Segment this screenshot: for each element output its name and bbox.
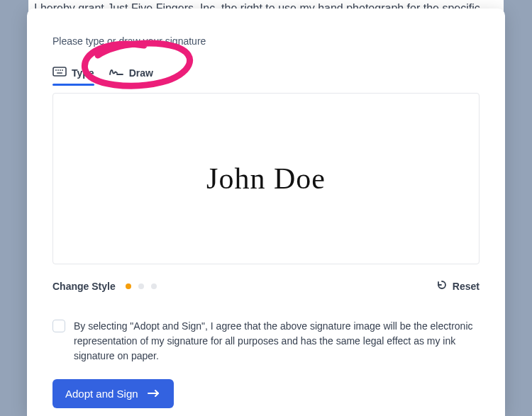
consent-row: By selecting "Adopt and Sign", I agree t… xyxy=(52,319,480,364)
svg-point-4 xyxy=(62,69,63,71)
consent-checkbox[interactable] xyxy=(52,320,65,332)
instruction-text: Please type or draw your signature xyxy=(52,35,480,47)
svg-point-2 xyxy=(57,69,59,71)
signature-display: John Doe xyxy=(206,162,326,196)
adopt-label: Adopt and Sign xyxy=(65,388,138,400)
svg-point-3 xyxy=(60,69,61,71)
style-left: Change Style xyxy=(52,281,157,292)
tab-draw[interactable]: Draw xyxy=(109,67,153,84)
keyboard-icon xyxy=(52,67,67,79)
change-style-label: Change Style xyxy=(52,281,116,292)
adopt-and-sign-button[interactable]: Adopt and Sign xyxy=(52,379,174,408)
tab-type-label: Type xyxy=(72,67,94,79)
style-dot-1[interactable] xyxy=(126,283,131,289)
style-dot-3[interactable] xyxy=(151,283,157,289)
style-row: Change Style Reset xyxy=(52,280,480,292)
style-dot-2[interactable] xyxy=(138,283,144,289)
signature-canvas[interactable]: John Doe xyxy=(52,93,480,264)
signature-modal: Please type or draw your signature Type xyxy=(27,9,505,416)
arrow-right-icon xyxy=(147,388,161,400)
svg-point-1 xyxy=(55,69,57,71)
svg-rect-5 xyxy=(57,72,62,74)
signature-icon xyxy=(109,67,124,79)
reset-button[interactable]: Reset xyxy=(436,280,480,292)
svg-rect-0 xyxy=(53,67,66,76)
tab-draw-label: Draw xyxy=(129,67,153,79)
tab-type[interactable]: Type xyxy=(52,67,94,84)
consent-text: By selecting "Adopt and Sign", I agree t… xyxy=(74,319,480,364)
style-dots xyxy=(126,283,157,289)
reset-icon xyxy=(436,280,448,292)
reset-label: Reset xyxy=(453,281,480,292)
signature-tabs: Type Draw xyxy=(52,67,480,84)
